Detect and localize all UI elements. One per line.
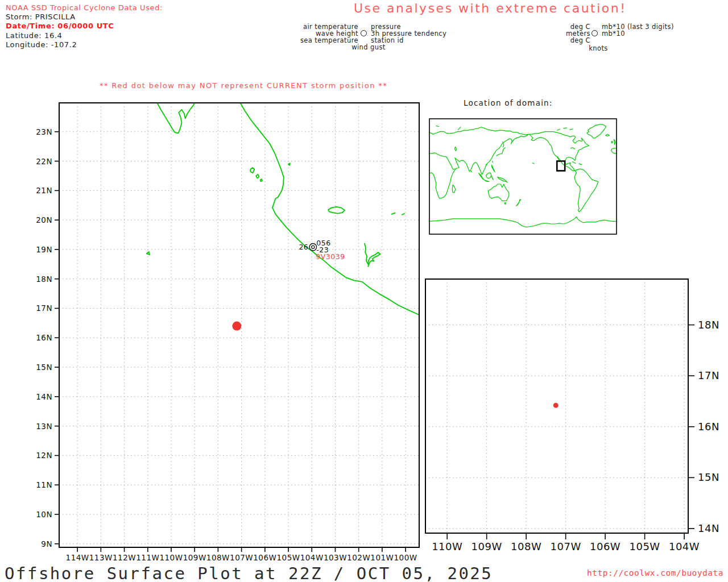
- coastline: [429, 217, 617, 227]
- y-axis-tick-label: 17N: [36, 304, 52, 313]
- y-axis-tick-label: 13N: [36, 422, 52, 431]
- coastline: [452, 185, 456, 193]
- coastline: [429, 127, 529, 174]
- station-air-temp: 26: [299, 243, 308, 251]
- y-axis-tick-label: 11N: [36, 480, 52, 489]
- coastline: [455, 147, 457, 151]
- coastline: [606, 134, 609, 136]
- coastline: [288, 163, 290, 165]
- source-url: http://coolwx.com/buoydata: [587, 568, 723, 577]
- coastline-layer: [147, 103, 419, 315]
- coastline: [557, 129, 560, 130]
- x-axis-tick-label: 102W: [347, 553, 370, 562]
- y-axis-tick-label: 17N: [698, 369, 719, 381]
- inset-map: 110W109W108W107W106W105W104W18N17N16N15N…: [425, 256, 719, 552]
- coastline: [429, 169, 456, 198]
- coastline: [479, 173, 489, 182]
- x-axis-tick-label: 107W: [551, 541, 581, 552]
- plot-main-title: Offshore Surface Plot at 22Z / OCT 05, 2…: [5, 564, 493, 582]
- storm-position-dot: [553, 403, 559, 408]
- coastline: [572, 162, 576, 164]
- coastline: [587, 124, 606, 138]
- plot-canvas: 114W113W112W111W110W109W108W107W106W105W…: [0, 0, 728, 582]
- storm-position-dot: [232, 322, 241, 331]
- coastline: [498, 177, 507, 182]
- x-axis-tick-label: 107W: [230, 553, 253, 562]
- y-axis-tick-label: 19N: [36, 245, 52, 254]
- y-axis-tick-label: 9N: [41, 539, 52, 548]
- x-axis-tick-label: 106W: [590, 541, 621, 552]
- coastline: [402, 214, 404, 215]
- x-axis-tick-label: 106W: [253, 553, 276, 562]
- y-axis-tick-label: 15N: [36, 363, 52, 372]
- coastline: [488, 184, 509, 201]
- x-axis-tick-label: 109W: [471, 541, 502, 552]
- x-axis-tick-label: 101W: [370, 553, 394, 562]
- coastline: [491, 176, 494, 180]
- coastline: [493, 161, 493, 162]
- world-map: [429, 119, 617, 234]
- y-axis-tick-label: 20N: [36, 215, 52, 225]
- coastline: [505, 203, 506, 204]
- y-axis-tick-label: 10N: [36, 510, 52, 519]
- y-axis-tick-label: 18N: [698, 319, 719, 331]
- coastline: [571, 148, 575, 149]
- x-axis-tick-label: 103W: [324, 553, 347, 562]
- y-axis-tick-label: 23N: [36, 127, 52, 136]
- station-circle-icon: [309, 243, 317, 251]
- coastline: [579, 164, 582, 165]
- y-axis-tick-label: 18N: [36, 275, 52, 284]
- coastline: [532, 163, 534, 164]
- y-axis-tick-label: 12N: [36, 451, 52, 460]
- x-axis-tick-label: 114W: [66, 553, 89, 562]
- coastline: [260, 179, 262, 181]
- coastline: [611, 148, 617, 153]
- x-axis-tick-label: 104W: [300, 553, 324, 562]
- y-axis-tick-label: 14N: [36, 392, 52, 401]
- x-axis-tick-label: 111W: [136, 553, 159, 562]
- coastline-layer: [429, 124, 617, 227]
- coastline: [436, 126, 439, 126]
- x-axis-tick-label: 105W: [276, 553, 300, 562]
- y-axis-tick-label: 15N: [698, 471, 719, 483]
- x-axis-tick-label: 110W: [432, 541, 462, 552]
- coastline: [256, 174, 259, 178]
- station-plot: 26056-239V3039: [299, 239, 345, 261]
- domain-box: [557, 161, 565, 171]
- y-axis-tick-label: 21N: [36, 186, 52, 195]
- coastline: [471, 171, 471, 172]
- coastline: [614, 139, 615, 144]
- x-axis-tick-label: 108W: [206, 553, 230, 562]
- y-axis-tick-label: 22N: [36, 157, 52, 166]
- coastline: [516, 199, 521, 206]
- coastline: [458, 127, 461, 130]
- x-axis-tick-label: 112W: [113, 553, 136, 562]
- x-axis-tick-label: 110W: [159, 553, 183, 562]
- x-axis-tick-label: 109W: [183, 553, 206, 562]
- buoy-plot-page: { "texts": { "info": { "noaa": "NOAA SSD…: [0, 0, 728, 582]
- coastline: [660, 256, 706, 294]
- x-axis-tick-label: 105W: [630, 541, 660, 552]
- coastline: [365, 244, 380, 267]
- coastline: [486, 173, 491, 178]
- coastline: [250, 168, 254, 173]
- coastline: [564, 128, 567, 128]
- coastline-layer: [660, 256, 706, 294]
- coastline: [611, 142, 613, 143]
- coastline: [574, 169, 598, 212]
- main-map: 114W113W112W111W110W109W108W107W106W105W…: [36, 103, 419, 562]
- coastline: [492, 165, 495, 172]
- coastline: [530, 132, 589, 171]
- coastline: [328, 207, 345, 214]
- coastline: [391, 213, 395, 214]
- coastline: [157, 103, 195, 133]
- y-axis-tick-label: 14N: [698, 522, 719, 534]
- x-axis-tick-label: 104W: [669, 541, 700, 552]
- x-axis-tick-label: 108W: [511, 541, 541, 552]
- coastline: [570, 129, 573, 130]
- map-frame: [429, 119, 617, 234]
- y-axis-tick-label: 16N: [36, 333, 52, 342]
- coastline: [147, 252, 150, 255]
- x-axis-tick-label: 100W: [394, 553, 417, 562]
- station-inner-circle-icon: [312, 246, 315, 248]
